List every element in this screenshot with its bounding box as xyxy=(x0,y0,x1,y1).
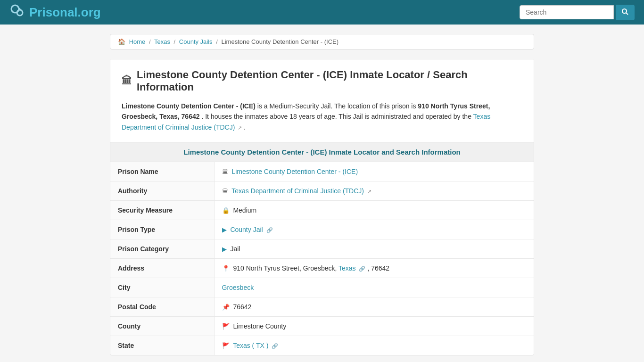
page-title: 🏛 Limestone County Detention Center - (I… xyxy=(122,69,522,93)
logo-plain: Prisonal xyxy=(29,5,78,19)
security-value: Medium xyxy=(233,206,256,214)
address-state-link[interactable]: Texas xyxy=(339,264,356,272)
table-row: Address 📍 910 North Tyrus Street, Groesb… xyxy=(110,259,534,278)
row-label: Prison Name xyxy=(110,162,214,181)
authority-table-link[interactable]: Texas Department of Criminal Justice (TD… xyxy=(231,187,364,195)
logo-text: Prisonal.org xyxy=(29,5,101,20)
state-link[interactable]: Texas ( TX ) xyxy=(233,342,268,349)
breadcrumb-texas[interactable]: Texas xyxy=(154,38,170,45)
prison-name-icon: 🏛 xyxy=(222,168,228,175)
breadcrumb-county-jails[interactable]: County Jails xyxy=(179,38,213,45)
county-value: Limestone County xyxy=(233,322,286,330)
row-value: 🔒 Medium xyxy=(214,201,534,220)
building-icon: 🏛 xyxy=(122,75,132,87)
row-label: Security Measure xyxy=(110,201,214,220)
description: Limestone County Detention Center - (ICE… xyxy=(122,101,522,132)
row-value: ▶ County Jail 🔗 xyxy=(214,220,534,239)
authority-icon: 🏛 xyxy=(222,188,228,195)
svg-point-3 xyxy=(622,9,627,13)
row-label: City xyxy=(110,278,214,297)
postal-icon: 📌 xyxy=(222,304,230,311)
prison-name-link[interactable]: Limestone County Detention Center - (ICE… xyxy=(231,168,358,175)
row-value: ▶ Jail xyxy=(214,239,534,259)
row-value: 📍 910 North Tyrus Street, Groesbeck, Tex… xyxy=(214,259,534,278)
breadcrumb-current: Limestone County Detention Center - (ICE… xyxy=(221,38,339,45)
row-value: 📌 76642 xyxy=(214,297,534,317)
table-row: Prison Name 🏛 Limestone County Detention… xyxy=(110,162,534,181)
row-label: Postal Code xyxy=(110,297,214,317)
desc-part2: . It houses the inmates above 18 years o… xyxy=(201,113,473,120)
category-icon: ▶ xyxy=(222,246,227,253)
address-icon: 📍 xyxy=(222,265,230,272)
search-input[interactable] xyxy=(520,5,614,19)
page-title-section: 🏛 Limestone County Detention Center - (I… xyxy=(110,59,534,142)
row-value: 🚩 Limestone County xyxy=(214,317,534,336)
desc-part1: is a Medium-Security Jail. The location … xyxy=(257,102,418,110)
state-anchor-icon: 🔗 xyxy=(272,343,278,349)
row-label: Prison Category xyxy=(110,239,214,259)
row-value: 🏛 Limestone County Detention Center - (I… xyxy=(214,162,534,181)
category-value: Jail xyxy=(230,245,240,253)
facility-name-bold: Limestone County Detention Center - (ICE… xyxy=(122,102,256,110)
type-icon: ▶ xyxy=(222,226,227,233)
search-area xyxy=(520,5,635,20)
address-anchor-icon: 🔗 xyxy=(359,266,365,272)
main-content: 🏠 Home / Texas / County Jails / Limeston… xyxy=(110,25,534,362)
table-row: Security Measure 🔒 Medium xyxy=(110,201,534,220)
row-value: 🚩 Texas ( TX ) 🔗 xyxy=(214,336,534,355)
ext-icon: ↗ xyxy=(238,125,242,131)
info-table-header: Limestone County Detention Center - (ICE… xyxy=(110,142,534,162)
breadcrumb: 🏠 Home / Texas / County Jails / Limeston… xyxy=(110,34,534,49)
table-row: City Groesbeck xyxy=(110,278,534,297)
row-label: Authority xyxy=(110,181,214,201)
anchor-icon: 🔗 xyxy=(266,227,273,233)
table-row: Postal Code 📌 76642 xyxy=(110,297,534,317)
security-icon: 🔒 xyxy=(222,207,230,214)
table-row: State 🚩 Texas ( TX ) 🔗 xyxy=(110,336,534,355)
row-label: Address xyxy=(110,259,214,278)
desc-end: . xyxy=(244,123,246,131)
city-link[interactable]: Groesbeck xyxy=(222,284,254,291)
svg-line-4 xyxy=(626,13,628,15)
table-row: Prison Type ▶ County Jail 🔗 xyxy=(110,220,534,239)
table-row: Prison Category ▶ Jail xyxy=(110,239,534,259)
county-icon: 🚩 xyxy=(222,323,230,330)
address-street: 910 North Tyrus Street, Groesbeck, xyxy=(233,264,339,272)
info-table: Prison Name 🏛 Limestone County Detention… xyxy=(110,162,534,355)
info-section: Limestone County Detention Center - (ICE… xyxy=(110,142,534,355)
postal-value: 76642 xyxy=(233,303,251,311)
logo-icon xyxy=(9,3,25,21)
home-icon: 🏠 xyxy=(118,38,125,45)
table-row: Authority 🏛 Texas Department of Criminal… xyxy=(110,181,534,201)
search-button[interactable] xyxy=(616,5,635,20)
logo-area: Prisonal.org xyxy=(9,3,101,21)
header: Prisonal.org xyxy=(0,0,644,25)
logo-accent: .org xyxy=(78,5,101,19)
state-icon: 🚩 xyxy=(222,342,230,349)
row-value: Groesbeck xyxy=(214,278,534,297)
prison-type-link[interactable]: County Jail xyxy=(230,226,263,233)
row-label: Prison Type xyxy=(110,220,214,239)
breadcrumb-home[interactable]: Home xyxy=(129,38,146,45)
external-link-icon: ↗ xyxy=(367,189,372,194)
row-value: 🏛 Texas Department of Criminal Justice (… xyxy=(214,181,534,201)
row-label: County xyxy=(110,317,214,336)
table-row: County 🚩 Limestone County xyxy=(110,317,534,336)
address-zip: , 76642 xyxy=(367,264,389,272)
page-title-text: Limestone County Detention Center - (ICE… xyxy=(137,69,522,93)
row-label: State xyxy=(110,336,214,355)
